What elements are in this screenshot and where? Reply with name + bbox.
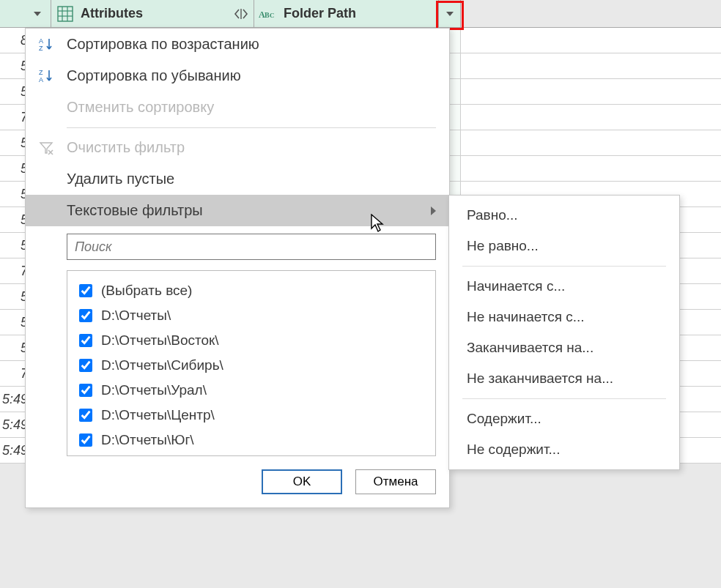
filter-dropdown: A Z Сортировка по возрастанию Z A Сортир… bbox=[25, 28, 450, 508]
svg-text:A: A bbox=[39, 76, 43, 83]
submenu-item[interactable]: Не равно... bbox=[449, 231, 679, 261]
column-header-attributes: Attributes bbox=[51, 0, 254, 27]
filter-checkbox[interactable] bbox=[79, 433, 92, 447]
filter-checkbox[interactable] bbox=[79, 409, 92, 422]
filter-check-item[interactable]: D:\Отчеты\Урал\ bbox=[76, 378, 426, 403]
sort-desc-icon: Z A bbox=[26, 67, 67, 83]
text-filters-submenu: Равно...Не равно...Начинается с...Не нач… bbox=[448, 195, 680, 470]
menu-remove-empty[interactable]: Удалить пустые bbox=[26, 163, 449, 195]
sort-asc-icon: A Z bbox=[26, 36, 67, 52]
menu-separator bbox=[67, 127, 436, 128]
filter-check-label: D:\Отчеты\Сибирь\ bbox=[101, 357, 223, 373]
filter-check-label: D:\Отчеты\Юг\ bbox=[101, 432, 194, 448]
dialog-buttons: OK Отмена bbox=[26, 456, 449, 507]
submenu-arrow-icon bbox=[431, 206, 436, 215]
column-label: Attributes bbox=[81, 6, 143, 21]
filter-check-item[interactable]: D:\Отчеты\Сибирь\ bbox=[76, 353, 426, 378]
column-header-time bbox=[0, 0, 51, 27]
svg-text:Z: Z bbox=[39, 69, 43, 76]
filter-check-label: D:\Отчеты\ bbox=[101, 308, 171, 324]
clear-filter-icon bbox=[26, 141, 67, 155]
filter-checklist: (Выбрать все)D:\Отчеты\D:\Отчеты\Восток\… bbox=[67, 270, 436, 456]
text-type-icon: A B C bbox=[259, 4, 278, 23]
menu-label: Текстовые фильтры bbox=[67, 202, 203, 219]
filter-checkbox[interactable] bbox=[79, 284, 92, 297]
filter-checkbox[interactable] bbox=[79, 384, 92, 397]
submenu-item[interactable]: Не заканчивается на... bbox=[449, 363, 679, 394]
filter-check-label: (Выбрать все) bbox=[101, 283, 192, 299]
filter-check-item[interactable]: D:\Отчеты\Восток\ bbox=[76, 328, 426, 353]
table-type-icon bbox=[56, 4, 75, 23]
submenu-separator bbox=[462, 266, 666, 267]
svg-text:Z: Z bbox=[39, 45, 43, 52]
filter-check-label: D:\Отчеты\Восток\ bbox=[101, 332, 219, 349]
filter-check-item[interactable]: (Выбрать все) bbox=[76, 278, 426, 303]
submenu-item[interactable]: Не начинается с... bbox=[449, 302, 679, 332]
menu-clear-sort: Отменить сортировку bbox=[26, 92, 449, 123]
filter-checkbox[interactable] bbox=[79, 309, 92, 322]
svg-rect-0 bbox=[58, 7, 73, 21]
filter-check-item[interactable]: D:\Отчеты\Юг\ bbox=[76, 428, 426, 453]
expand-icon[interactable] bbox=[233, 6, 249, 22]
filter-toggle-time[interactable] bbox=[26, 0, 48, 27]
column-header-folder-path: A B C Folder Path bbox=[254, 0, 461, 27]
filter-toggle-folder-path[interactable] bbox=[438, 0, 460, 27]
menu-label: Удалить пустые bbox=[67, 171, 174, 187]
menu-label: Отменить сортировку bbox=[67, 99, 214, 116]
menu-text-filters[interactable]: Текстовые фильтры bbox=[26, 195, 449, 226]
filter-check-label: D:\Отчеты\Урал\ bbox=[101, 382, 207, 398]
submenu-item[interactable]: Начинается с... bbox=[449, 271, 679, 302]
filter-checkbox[interactable] bbox=[79, 359, 92, 372]
submenu-item[interactable]: Равно... bbox=[449, 200, 679, 231]
filter-checkbox[interactable] bbox=[79, 334, 92, 347]
svg-text:B: B bbox=[265, 11, 270, 19]
menu-sort-asc[interactable]: A Z Сортировка по возрастанию bbox=[26, 29, 449, 60]
column-label: Folder Path bbox=[284, 6, 356, 21]
filter-search-wrap bbox=[26, 226, 449, 263]
submenu-separator bbox=[462, 398, 666, 399]
svg-text:A: A bbox=[39, 37, 43, 45]
filter-search-input[interactable] bbox=[67, 234, 436, 260]
submenu-item[interactable]: Содержит... bbox=[449, 403, 679, 434]
column-headers: Attributes A B C Folder Path bbox=[0, 0, 721, 28]
menu-clear-filter: Очистить фильтр bbox=[26, 133, 449, 164]
submenu-item[interactable]: Заканчивается на... bbox=[449, 332, 679, 363]
menu-label: Сортировка по убыванию bbox=[67, 67, 241, 84]
cancel-button[interactable]: Отмена bbox=[355, 469, 436, 494]
submenu-item[interactable]: Не содержит... bbox=[449, 434, 679, 465]
menu-label: Очистить фильтр bbox=[67, 139, 185, 156]
filter-check-item[interactable]: D:\Отчеты\ bbox=[76, 303, 426, 328]
ok-button[interactable]: OK bbox=[262, 469, 342, 494]
filter-check-label: D:\Отчеты\Центр\ bbox=[101, 407, 215, 423]
menu-label: Сортировка по возрастанию bbox=[67, 36, 259, 53]
menu-sort-desc[interactable]: Z A Сортировка по убыванию bbox=[26, 60, 449, 92]
svg-text:C: C bbox=[270, 12, 275, 19]
filter-check-item[interactable]: D:\Отчеты\Центр\ bbox=[76, 403, 426, 428]
